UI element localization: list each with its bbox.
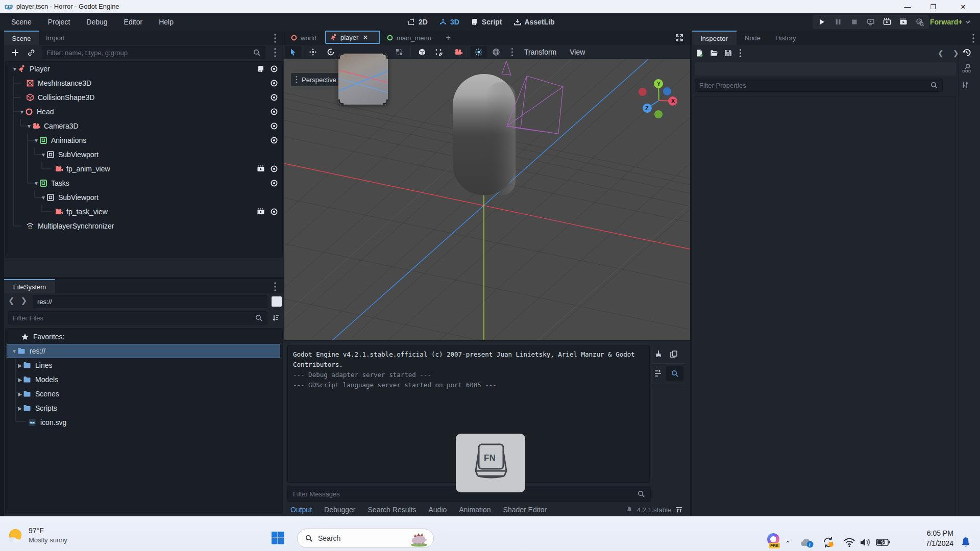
pause-button[interactable] bbox=[834, 18, 842, 26]
remote-debug-button[interactable] bbox=[867, 18, 875, 26]
menu-debug[interactable]: Debug bbox=[78, 13, 115, 31]
transform-menu[interactable]: Transform bbox=[524, 48, 556, 56]
filter-files-input[interactable]: Filter Files bbox=[8, 311, 267, 324]
visibility-eye-icon[interactable] bbox=[270, 165, 278, 173]
onedrive-icon[interactable]: i bbox=[799, 537, 815, 548]
add-node-button[interactable] bbox=[11, 48, 19, 57]
visibility-eye-icon[interactable] bbox=[270, 136, 278, 144]
tree-node[interactable]: Animations bbox=[51, 136, 86, 144]
visibility-eye-icon[interactable] bbox=[270, 208, 278, 216]
collapse-arrow[interactable]: ▼ bbox=[40, 152, 46, 158]
path-input[interactable]: res:// bbox=[33, 295, 267, 308]
toggle-split-mode-button[interactable] bbox=[272, 296, 282, 307]
lock-selected-icon[interactable] bbox=[418, 48, 426, 56]
scene-tab-world[interactable]: world bbox=[290, 31, 316, 45]
sun-preview-icon[interactable] bbox=[475, 48, 483, 56]
tool-ruler-icon[interactable] bbox=[395, 48, 403, 56]
menu-scene[interactable]: Scene bbox=[3, 13, 40, 31]
tree-node[interactable]: fp_anim_view bbox=[66, 165, 110, 173]
clock-date[interactable]: 7/1/2024 bbox=[898, 538, 953, 548]
sort-icon[interactable] bbox=[272, 314, 280, 322]
switch-assetlib[interactable]: AssetLib bbox=[513, 18, 555, 26]
visibility-eye-icon[interactable] bbox=[270, 79, 278, 87]
tool-select-icon[interactable] bbox=[289, 48, 297, 56]
tray-expand-chevron[interactable]: ⌃ bbox=[785, 540, 791, 547]
minimize-button[interactable]: — bbox=[896, 0, 919, 13]
scene-filter-input[interactable]: Filter: name, t:type, g:group bbox=[42, 46, 265, 59]
bottom-tab-debugger[interactable]: Debugger bbox=[318, 506, 362, 514]
view-menu[interactable]: View bbox=[570, 48, 585, 56]
collapse-arrow[interactable]: ▼ bbox=[19, 109, 25, 115]
close-tab-icon[interactable]: ✕ bbox=[362, 34, 368, 41]
scene-dock-menu-icon[interactable] bbox=[273, 33, 277, 43]
visibility-eye-icon[interactable] bbox=[270, 93, 278, 102]
clear-output-icon[interactable] bbox=[654, 350, 663, 358]
expand-bottom-panel-icon[interactable] bbox=[675, 506, 683, 514]
tree-node[interactable]: Camera3D bbox=[44, 122, 79, 130]
windows-start-button[interactable] bbox=[272, 532, 284, 544]
visibility-eye-icon[interactable] bbox=[270, 179, 278, 187]
tab-import[interactable]: Import bbox=[39, 31, 72, 45]
tab-history[interactable]: History bbox=[769, 31, 802, 45]
visibility-eye-icon[interactable] bbox=[270, 65, 278, 73]
new-scene-tab-button[interactable]: + bbox=[446, 33, 451, 43]
switch-2d[interactable]: 2D bbox=[407, 18, 428, 26]
new-resource-icon[interactable] bbox=[696, 49, 704, 57]
tree-node[interactable]: fp_task_view bbox=[66, 208, 108, 216]
perspective-menu[interactable]: Perspective bbox=[291, 73, 342, 86]
scene-tab-main-menu[interactable]: main_menu bbox=[386, 31, 431, 45]
inspector-menu-icon[interactable] bbox=[971, 33, 975, 43]
visibility-eye-icon[interactable] bbox=[270, 122, 278, 130]
tree-node[interactable]: MeshInstance3D bbox=[38, 79, 91, 87]
menu-editor[interactable]: Editor bbox=[116, 13, 151, 31]
open-docs-icon[interactable] bbox=[961, 63, 972, 73]
switch-script[interactable]: Script bbox=[471, 18, 502, 26]
nav-forward-icon[interactable]: ❯ bbox=[21, 296, 28, 305]
instance-scene-button[interactable] bbox=[27, 48, 35, 57]
collapse-arrow[interactable]: ▼ bbox=[12, 66, 18, 72]
update-sync-icon[interactable] bbox=[822, 536, 835, 549]
weather-icon[interactable] bbox=[7, 528, 24, 545]
distraction-free-icon[interactable] bbox=[675, 34, 683, 42]
play-custom-scene-button[interactable] bbox=[899, 18, 908, 26]
snap-icon[interactable] bbox=[434, 48, 443, 56]
fs-item-scenes[interactable]: ▶Scenes bbox=[6, 387, 282, 401]
collapse-arrow[interactable]: ▼ bbox=[26, 123, 32, 129]
copy-output-icon[interactable] bbox=[670, 350, 678, 358]
play-scene-button[interactable] bbox=[883, 18, 891, 26]
tree-node[interactable]: Tasks bbox=[51, 179, 69, 187]
toolbar-menu-icon[interactable] bbox=[510, 47, 514, 57]
menu-project[interactable]: Project bbox=[40, 13, 79, 31]
tool-rotate-icon[interactable] bbox=[327, 48, 335, 56]
collapse-arrow[interactable]: ▼ bbox=[33, 138, 39, 143]
notifications-bell-icon[interactable] bbox=[960, 536, 972, 549]
tree-node[interactable]: MultiplayerSynchronizer bbox=[38, 222, 114, 230]
weather-condition[interactable]: Mostly sunny bbox=[29, 536, 67, 544]
wifi-icon[interactable] bbox=[843, 538, 855, 547]
tool-move-icon[interactable] bbox=[309, 48, 317, 56]
tree-node[interactable]: Head bbox=[37, 108, 54, 116]
load-resource-icon[interactable] bbox=[710, 49, 718, 57]
switch-3d[interactable]: 3D bbox=[439, 18, 459, 26]
nav-back-icon[interactable]: ❮ bbox=[8, 296, 15, 305]
volume-icon[interactable] bbox=[860, 537, 873, 547]
tab-filesystem[interactable]: FileSystem bbox=[4, 279, 55, 293]
scene-tree-menu-icon[interactable] bbox=[273, 47, 277, 58]
collapse-arrow[interactable]: ▼ bbox=[33, 181, 39, 186]
movie-maker-button[interactable] bbox=[916, 18, 924, 26]
fs-item-res[interactable]: ▼res:// bbox=[7, 344, 280, 358]
camera-preview-icon[interactable] bbox=[454, 48, 462, 56]
bottom-tab-output[interactable]: Output bbox=[284, 506, 318, 514]
renderer-dropdown[interactable]: Forward+ bbox=[930, 13, 971, 31]
collapse-arrow[interactable]: ▼ bbox=[40, 195, 46, 201]
tree-node[interactable]: SubViewport bbox=[58, 193, 99, 202]
fs-item-scripts[interactable]: ▶Scripts bbox=[6, 401, 282, 415]
script-icon[interactable] bbox=[257, 65, 265, 73]
search-output-icon[interactable] bbox=[671, 369, 679, 378]
taskbar-search[interactable]: Search bbox=[297, 529, 434, 548]
bottom-tab-animation[interactable]: Animation bbox=[453, 506, 497, 514]
close-button[interactable]: ✕ bbox=[951, 0, 975, 13]
tab-scene[interactable]: Scene bbox=[4, 31, 39, 45]
visibility-eye-icon[interactable] bbox=[270, 108, 278, 116]
scene-tab-player[interactable]: player ✕ bbox=[325, 31, 380, 44]
